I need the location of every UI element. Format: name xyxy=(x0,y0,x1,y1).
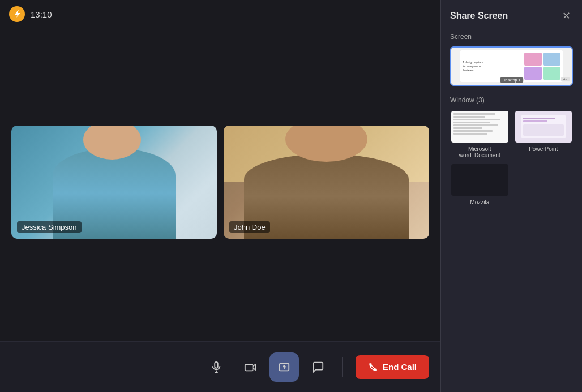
ppt-thumb-item[interactable]: PowerPoint xyxy=(514,110,574,158)
word-thumb-img[interactable] xyxy=(450,110,510,144)
svg-rect-0 xyxy=(215,361,218,368)
word-thumb-label: Microsoft word_Document xyxy=(450,146,510,158)
video-tile-john: John Doe xyxy=(224,126,429,239)
share-panel-header: Share Screen ✕ xyxy=(450,9,573,23)
mozilla-preview xyxy=(451,164,508,196)
mic-button[interactable] xyxy=(202,352,231,382)
desktop-thumb-preview: A design systemfor everyone onthe team A… xyxy=(451,48,572,85)
ppt-preview xyxy=(515,111,572,143)
app-logo xyxy=(9,6,25,22)
mozilla-thumb-item[interactable]: Mozzila xyxy=(450,163,510,205)
time-display: 13:10 xyxy=(31,10,52,19)
word-preview xyxy=(451,111,508,143)
share-button[interactable] xyxy=(269,352,299,382)
ppt-thumb-label: PowerPoint xyxy=(529,146,558,152)
window-section-label: Window (3) xyxy=(450,96,573,104)
screen-section-label: Screen xyxy=(450,33,573,41)
share-panel-title: Share Screen xyxy=(450,11,508,21)
end-call-button[interactable]: End Call xyxy=(356,355,429,379)
toolbar-buttons xyxy=(202,352,381,382)
share-screen-panel: Share Screen ✕ Screen A design systemfor… xyxy=(440,0,582,392)
end-call-label: End Call xyxy=(383,362,417,372)
ppt-inner xyxy=(521,115,566,137)
video-area: Jessica Simpson John Doe xyxy=(0,0,440,341)
desktop-label-badge: Desktop 1 xyxy=(500,77,524,83)
phone-icon xyxy=(368,362,378,372)
mozilla-thumb-label: Mozzila xyxy=(470,199,489,205)
camera-button[interactable] xyxy=(236,352,265,382)
mozilla-thumb-img[interactable] xyxy=(450,163,510,197)
close-panel-button[interactable]: ✕ xyxy=(559,9,573,23)
screen-thumbnails: A design systemfor everyone onthe team A… xyxy=(450,46,573,86)
desktop-thumb-img[interactable]: A design systemfor everyone onthe team A… xyxy=(450,46,573,86)
chat-button[interactable] xyxy=(303,352,333,382)
color-boxes xyxy=(522,50,563,82)
desktop-thumb-item[interactable]: A design systemfor everyone onthe team A… xyxy=(450,46,573,86)
participant-label-john: John Doe xyxy=(229,221,270,233)
toolbar-divider xyxy=(342,357,343,377)
svg-rect-3 xyxy=(245,364,253,371)
ppt-thumb-img[interactable] xyxy=(514,110,574,144)
participant-label-jessica: Jessica Simpson xyxy=(17,221,82,233)
window-thumbnails: Microsoft word_Document PowerPoint Mozzi xyxy=(450,110,573,205)
word-thumb-item[interactable]: Microsoft word_Document xyxy=(450,110,510,158)
video-tile-jessica: Jessica Simpson xyxy=(11,126,217,239)
